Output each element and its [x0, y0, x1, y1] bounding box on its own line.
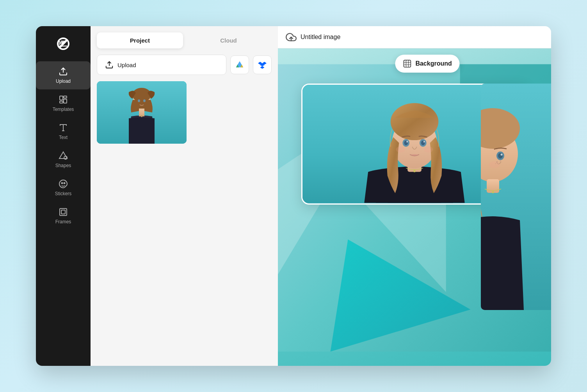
svg-point-16 [132, 88, 151, 102]
svg-point-43 [396, 146, 405, 153]
thumbnails-area [91, 81, 278, 366]
sidebar-item-label: Frames [55, 219, 71, 225]
second-image-partial [481, 84, 551, 310]
sidebar-item-label: Upload [56, 78, 71, 84]
svg-point-44 [424, 146, 433, 153]
canvas-content: Background [278, 48, 551, 366]
svg-point-54 [500, 160, 501, 162]
frames-icon [59, 207, 68, 217]
sidebar-item-label: Templates [53, 107, 74, 112]
svg-point-51 [501, 154, 503, 156]
sidebar-item-frames[interactable]: Frames [36, 202, 91, 230]
svg-rect-5 [60, 101, 63, 103]
sidebar-item-templates[interactable]: Templates [36, 89, 91, 118]
document-title: Untitled image [301, 34, 340, 41]
google-drive-button[interactable] [230, 55, 249, 74]
tabs-container: Project Cloud [91, 26, 278, 48]
upload-btn-icon [105, 61, 114, 69]
svg-rect-3 [64, 96, 67, 98]
canvas-area: Untitled image [278, 26, 551, 366]
svg-point-45 [413, 170, 416, 172]
svg-point-55 [495, 163, 496, 164]
text-icon [59, 123, 68, 132]
panel-left: Project Cloud Upload [91, 26, 278, 366]
sidebar: ✂ Upload Templates [36, 26, 91, 366]
sidebar-item-text[interactable]: Text [36, 118, 91, 146]
upload-button[interactable]: Upload [97, 55, 226, 75]
svg-point-36 [391, 103, 439, 140]
app-logo: ✂ [53, 34, 73, 53]
sidebar-item-label: Shapes [55, 163, 71, 168]
svg-rect-2 [60, 96, 63, 100]
app-container: ✂ Upload Templates [36, 26, 551, 366]
svg-point-53 [497, 161, 498, 162]
svg-text:✂: ✂ [59, 39, 65, 47]
dropbox-button[interactable] [253, 55, 272, 74]
person-silhouette-thumb [97, 81, 187, 144]
svg-rect-4 [64, 99, 67, 103]
svg-point-20 [141, 116, 142, 117]
svg-point-52 [489, 161, 500, 168]
dropbox-icon [258, 61, 267, 69]
tab-cloud[interactable]: Cloud [185, 32, 272, 48]
cloud-upload-icon [286, 32, 297, 43]
svg-point-9 [62, 183, 63, 184]
svg-rect-12 [61, 210, 65, 214]
templates-icon [59, 95, 68, 104]
thumbnail-image [97, 81, 187, 144]
svg-point-41 [406, 141, 408, 143]
sidebar-item-label: Text [59, 135, 68, 140]
svg-point-18 [138, 100, 140, 102]
stickers-icon [59, 179, 68, 189]
shapes-icon [59, 151, 68, 160]
svg-point-57 [492, 191, 494, 193]
svg-point-10 [64, 183, 65, 184]
background-pattern-icon [403, 59, 411, 68]
upload-icon [59, 67, 68, 76]
svg-rect-11 [60, 208, 67, 216]
svg-point-19 [143, 100, 146, 102]
sidebar-item-label: Stickers [55, 191, 72, 196]
header-bar: Untitled image [278, 26, 551, 48]
tab-project[interactable]: Project [97, 32, 183, 48]
google-drive-icon [235, 61, 244, 69]
background-button-label: Background [415, 60, 452, 67]
sidebar-item-shapes[interactable]: Shapes [36, 146, 91, 174]
capcut-logo-icon: ✂ [56, 37, 70, 51]
second-person-image [481, 84, 551, 310]
upload-section: Upload [91, 48, 278, 81]
sidebar-item-upload[interactable]: Upload [36, 61, 91, 89]
sidebar-item-stickers[interactable]: Stickers [36, 174, 91, 202]
svg-point-42 [423, 141, 425, 143]
background-button[interactable]: Background [395, 55, 459, 73]
upload-btn-label: Upload [117, 62, 136, 68]
image-thumbnail[interactable] [97, 81, 187, 144]
